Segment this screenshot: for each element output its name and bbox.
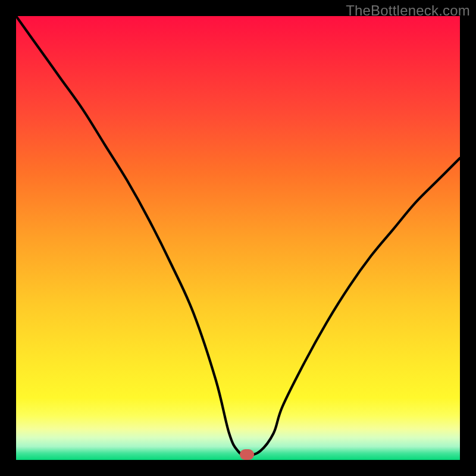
plot-area (16, 16, 460, 460)
optimal-point-marker (240, 449, 254, 460)
bottleneck-curve (16, 16, 460, 460)
chart-frame: TheBottleneck.com (0, 0, 476, 476)
